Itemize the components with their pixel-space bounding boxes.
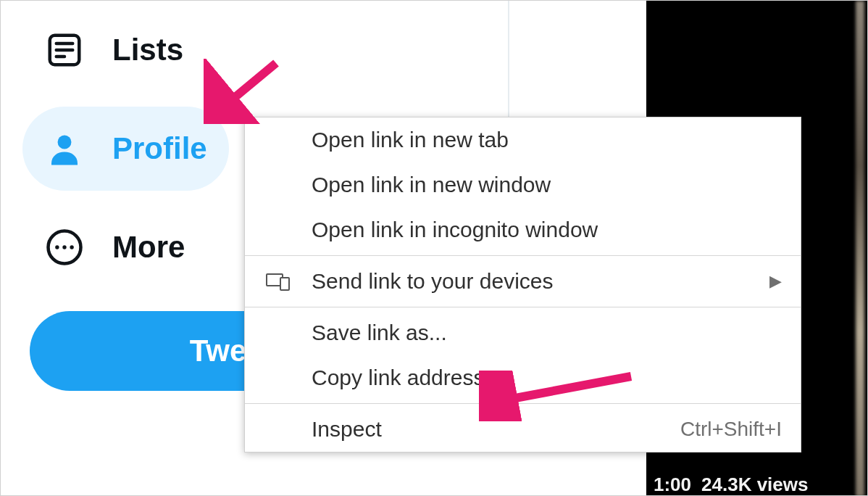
ctx-copy-link-address[interactable]: Copy link address xyxy=(245,355,801,400)
ctx-send-to-devices[interactable]: Send link to your devices ▶ xyxy=(245,259,801,304)
ctx-open-incognito[interactable]: Open link in incognito window xyxy=(245,207,801,252)
sidebar-item-more[interactable]: More xyxy=(22,205,206,289)
sidebar-item-label: Lists xyxy=(112,33,183,67)
ctx-label: Inspect xyxy=(312,417,662,442)
svg-point-7 xyxy=(62,245,66,249)
ctx-save-link-as[interactable]: Save link as... xyxy=(245,310,801,355)
chevron-right-icon: ▶ xyxy=(769,272,782,291)
svg-point-6 xyxy=(55,245,59,249)
sidebar-item-label: Profile xyxy=(112,131,207,166)
more-icon xyxy=(44,227,85,268)
ctx-open-new-tab[interactable]: Open link in new tab xyxy=(245,117,801,162)
ctx-inspect[interactable]: Inspect Ctrl+Shift+I xyxy=(245,407,801,452)
context-menu-separator xyxy=(245,307,801,307)
context-menu-separator xyxy=(245,403,801,404)
ctx-label: Open link in new tab xyxy=(312,128,782,152)
tweet-button-label: Twe xyxy=(190,334,247,368)
ctx-label: Copy link address xyxy=(312,365,782,390)
ctx-shortcut: Ctrl+Shift+I xyxy=(680,418,782,441)
context-menu: Open link in new tab Open link in new wi… xyxy=(244,117,801,452)
list-icon xyxy=(44,30,85,70)
ctx-label: Open link in incognito window xyxy=(312,218,782,242)
sidebar-item-lists[interactable]: Lists xyxy=(22,8,205,92)
context-menu-separator xyxy=(245,255,801,256)
svg-point-8 xyxy=(70,245,73,249)
sidebar-item-label: More xyxy=(112,230,185,265)
ctx-label: Open link in new window xyxy=(312,173,782,197)
column-divider xyxy=(508,1,509,124)
sidebar-item-profile[interactable]: Profile xyxy=(22,107,229,191)
video-edge xyxy=(856,1,864,496)
ctx-label: Save link as... xyxy=(312,321,782,345)
video-time: 1:00 xyxy=(654,474,691,496)
video-overlay: 1:00 24.3K views xyxy=(646,474,867,495)
devices-icon xyxy=(264,272,293,291)
person-icon xyxy=(44,128,85,169)
svg-rect-10 xyxy=(280,278,289,290)
svg-point-4 xyxy=(58,136,72,149)
ctx-label: Send link to your devices xyxy=(312,269,751,294)
ctx-open-new-window[interactable]: Open link in new window xyxy=(245,162,801,207)
video-views: 24.3K views xyxy=(701,474,808,496)
